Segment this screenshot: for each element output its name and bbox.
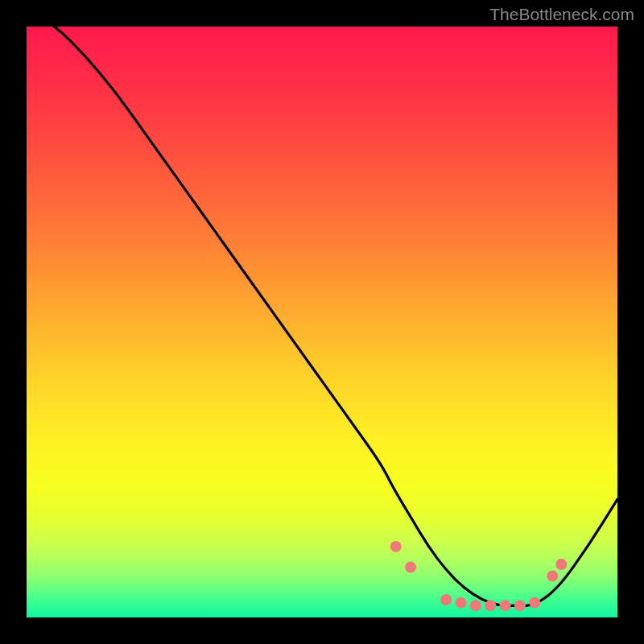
marker-dot <box>390 541 402 552</box>
marker-dot <box>555 559 567 570</box>
attribution-text: TheBottleneck.com <box>489 5 634 24</box>
marker-dot <box>455 597 466 609</box>
marker-dot <box>547 571 558 582</box>
curve-line <box>27 27 617 605</box>
marker-dot <box>485 600 496 611</box>
chart-svg <box>27 27 617 617</box>
marker-dot <box>514 600 526 611</box>
marker-dot <box>405 562 416 573</box>
marker-dot <box>529 597 540 609</box>
marker-dot <box>500 600 511 611</box>
marker-dot <box>440 594 452 605</box>
plot-area <box>27 27 617 617</box>
marker-dot <box>470 600 481 611</box>
